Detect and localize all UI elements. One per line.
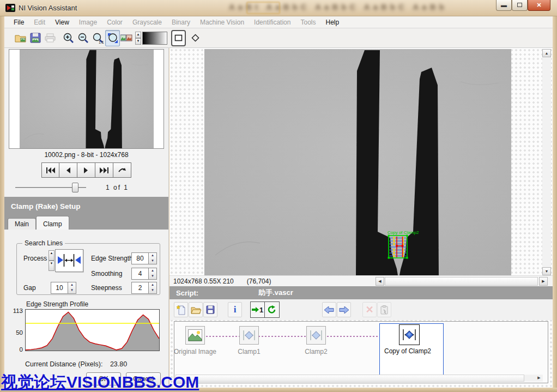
move-step-forward-button[interactable] [337, 302, 351, 317]
open-image-button[interactable] [13, 30, 28, 46]
step-clamp1[interactable]: Clamp1 [222, 326, 276, 355]
last-icon [100, 167, 108, 173]
scroll-up-icon[interactable]: ▲ [542, 49, 551, 57]
image-navigation [4, 162, 168, 178]
run-loop-button[interactable] [265, 302, 279, 317]
script-toolbar: i 1 [169, 299, 553, 320]
printer-icon [45, 33, 56, 43]
edge-strength-profile-chart [25, 309, 160, 351]
next-image-button[interactable] [77, 162, 95, 178]
last-image-button[interactable] [95, 162, 113, 178]
smoothing-label: Smoothing [91, 270, 122, 278]
title-bar: NI Vision Assistant AaBt AaBbC AaBbC AaB… [0, 0, 557, 16]
image-position-row: 1 of 1 [15, 183, 161, 192]
step-clamp2[interactable]: Clamp2 [289, 326, 343, 355]
thumbnail-image [20, 50, 154, 148]
gap-spin-arrows[interactable]: ▲▼ [68, 282, 76, 294]
window-border-left [0, 16, 4, 392]
run-once-icon [252, 306, 259, 313]
menu-file[interactable]: File [9, 19, 29, 26]
gap-spinbox[interactable]: 10 ▲▼ [51, 282, 77, 294]
menu-edit: Edit [29, 19, 50, 26]
step-copy-of-clamp2[interactable]: Copy of Clamp2 [382, 324, 437, 355]
vertical-scrollbar[interactable]: ▲ ▼ [542, 49, 551, 275]
scroll-right-icon[interactable]: ▶ [539, 277, 548, 286]
gap-label: Gap [23, 284, 36, 292]
smoothing-spin-arrows[interactable]: ▲▼ [149, 268, 157, 280]
zoom-in-button[interactable] [61, 30, 76, 46]
new-script-icon [177, 305, 186, 315]
steps-scroll-thumb[interactable] [175, 375, 524, 382]
loop-playback-button[interactable] [113, 162, 131, 178]
original-image-icon [185, 326, 205, 345]
arrow-left-icon [324, 306, 334, 313]
compare-images-button[interactable] [120, 30, 133, 46]
run-loop-icon [268, 305, 276, 314]
window-title: NI Vision Assistant [19, 4, 77, 12]
profile-chart-title: Edge Strength Profile [26, 300, 88, 308]
scroll-left-icon[interactable]: ◀ [376, 277, 384, 286]
setup-tabs: Main Clamp [8, 216, 69, 230]
menu-help[interactable]: Help [321, 19, 344, 26]
edge-strength-spinbox[interactable]: 80 ▲▼ [131, 252, 158, 264]
zoom-1to1-button[interactable]: 1:1 [90, 30, 105, 46]
menu-identification: Identification [249, 19, 295, 26]
new-script-button[interactable] [174, 302, 188, 317]
script-label: Script: [176, 289, 198, 297]
zoom-out-button[interactable] [76, 30, 90, 46]
restore-button[interactable] [512, 0, 528, 11]
grayscale-palette-bar[interactable] [142, 32, 167, 45]
open-folder-icon [15, 33, 27, 43]
image-viewport: Copy of Clamp2 [169, 48, 553, 275]
image-position-slider[interactable] [15, 183, 86, 192]
processing-area: Copy of Clamp2 [169, 48, 553, 388]
steps-scrollbar[interactable]: ▶ [175, 375, 543, 382]
steepness-spinbox[interactable]: 2 ▲▼ [131, 282, 158, 294]
process-mode-display [55, 249, 83, 272]
scroll-down-icon[interactable]: ▼ [542, 267, 551, 275]
save-image-button[interactable] [28, 30, 43, 46]
main-image-display[interactable]: Copy of Clamp2 [204, 49, 511, 275]
first-image-button[interactable] [41, 162, 59, 178]
open-script-button[interactable] [189, 302, 203, 317]
smoothing-spinbox[interactable]: 4 ▲▼ [131, 268, 158, 280]
process-label: Process [23, 255, 47, 262]
profile-y-axis: 113500 [9, 309, 25, 351]
search-lines-label: Search Lines [22, 239, 65, 247]
move-step-back-button[interactable] [322, 302, 336, 317]
current-distance-value: 23.80 [110, 360, 127, 368]
zoom-1to1-icon: 1:1 [92, 32, 105, 44]
run-controls: 1 [250, 301, 280, 318]
menu-view[interactable]: View [50, 19, 74, 26]
script-steps-panel: Original Image Clamp1 [174, 321, 548, 383]
roi-rotated-rectangle-tool[interactable] [188, 30, 203, 46]
run-once-button[interactable]: 1 [251, 302, 265, 317]
image-thumbnail[interactable] [9, 49, 164, 149]
step-info-button[interactable]: i [228, 302, 242, 317]
steepness-spin-arrows[interactable]: ▲▼ [149, 282, 157, 294]
window-border-right [553, 16, 557, 392]
run-once-count: 1 [259, 306, 263, 314]
step-original-image[interactable]: Original Image [168, 326, 222, 355]
tab-clamp[interactable]: Clamp [36, 216, 69, 230]
roi-rectangle-tool[interactable] [171, 30, 186, 46]
slider-thumb[interactable] [72, 183, 78, 192]
edge-strength-spin-arrows[interactable]: ▲▼ [149, 252, 157, 264]
save-script-button[interactable] [203, 302, 217, 317]
floppy-disk-icon [30, 33, 41, 43]
menu-color: Color [102, 19, 128, 26]
horizontal-scrollbar[interactable]: ◀ ▶ [376, 277, 548, 286]
arrow-right-icon [339, 306, 349, 313]
minimize-button[interactable]: ▬ [496, 0, 512, 11]
close-button[interactable]: ✕ [528, 0, 550, 11]
hscroll-thumb[interactable] [385, 277, 538, 286]
steps-scroll-right-icon[interactable]: ▶ [535, 375, 543, 382]
zoom-to-fit-button[interactable] [105, 30, 120, 46]
menu-grayscale: Grayscale [128, 19, 167, 26]
palette-spinner[interactable]: ▲▼ [135, 32, 141, 45]
clipboard-hand-icon [380, 305, 389, 315]
app-logo-icon [5, 4, 15, 12]
tab-main[interactable]: Main [8, 218, 36, 230]
process-selector-spinner[interactable]: ▲▼ [49, 250, 55, 271]
previous-image-button[interactable] [59, 162, 77, 178]
